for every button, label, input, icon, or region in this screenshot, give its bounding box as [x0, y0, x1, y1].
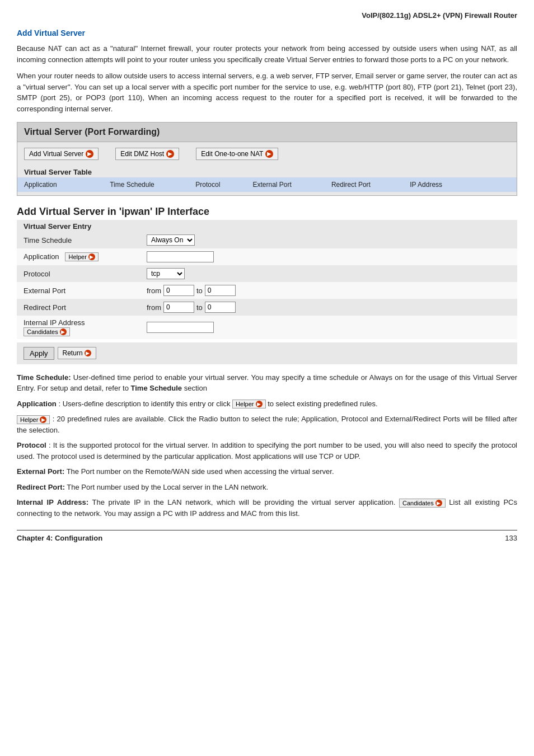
redirect-port-label: Redirect Port	[17, 299, 140, 316]
redirect-port-row: Redirect Port from to	[17, 299, 517, 316]
application-desc: Application : Users-define description t…	[17, 398, 517, 410]
protocol-label: Protocol	[17, 265, 140, 282]
internal-ip-input[interactable]	[147, 322, 214, 333]
page-header: VoIP/(802.11g) ADSL2+ (VPN) Firewall Rou…	[17, 11, 517, 20]
protocol-desc-text: : It is the supported protocol for the v…	[17, 441, 517, 461]
redirect-port-value: from to	[140, 299, 517, 316]
application-input[interactable]	[147, 251, 214, 262]
application-input-cell	[140, 248, 517, 265]
redir-port-desc-text: The Port number used by the Local server…	[67, 483, 268, 491]
apply-return-row: Apply Return ▶	[17, 342, 517, 364]
internal-ip-desc-pre: The private IP in the LAN network, which…	[92, 498, 399, 506]
add-vs-arrow-icon: ▶	[86, 150, 93, 158]
add-vs-section: Add Virtual Server in 'ipwan' IP Interfa…	[17, 201, 517, 364]
vs-table-header: Application Time Schedule Protocol Exter…	[17, 177, 517, 192]
col-header-redirect-port: Redirect Port	[331, 181, 410, 189]
helper-desc-text: : 20 predefined rules are available. Cli…	[17, 415, 517, 434]
virtual-server-box: Virtual Server (Port Forwarding) Add Vir…	[17, 122, 517, 196]
external-port-range: from to	[147, 285, 510, 296]
col-header-ip-address: IP Address	[410, 181, 488, 189]
application-helper-inline-button[interactable]: Helper ▶	[232, 400, 265, 408]
candidates-button[interactable]: Candidates ▶	[24, 327, 70, 336]
return-arrow-icon: ▶	[85, 350, 91, 356]
return-button[interactable]: Return ▶	[58, 347, 96, 359]
external-port-label: External Port	[17, 282, 140, 299]
protocol-desc: Protocol : It is the supported protocol …	[17, 440, 517, 462]
protocol-value: tcpudptcp/udp	[140, 265, 517, 282]
external-port-value: from to	[140, 282, 517, 299]
ext-port-desc-text: The Port number on the Remote/WAN side u…	[67, 467, 334, 476]
add-virtual-server-button[interactable]: Add Virtual Server ▶	[24, 148, 99, 160]
footer-page: 133	[505, 534, 517, 542]
ext-port-desc-bold: External Port:	[17, 467, 64, 476]
ext-port-from-input[interactable]	[163, 285, 194, 296]
application-desc-post: to select existing predefined rules.	[268, 400, 378, 408]
external-port-row: External Port from to	[17, 282, 517, 299]
redir-port-desc-bold: Redirect Port:	[17, 483, 65, 491]
apply-button[interactable]: Apply	[24, 347, 54, 360]
helper-arrow-icon: ▶	[88, 253, 95, 260]
candidates-desc-arrow: ▶	[435, 500, 442, 506]
descriptions-section: Time Schedule: User-defined time period …	[17, 372, 517, 519]
time-schedule-ref: Time Schedule	[131, 384, 182, 392]
vs-buttons-row: Add Virtual Server ▶ Edit DMZ Host ▶ Edi…	[17, 142, 517, 166]
protocol-desc-bold: Protocol	[17, 441, 46, 449]
time-schedule-row: Time Schedule Always OnCustom	[17, 232, 517, 248]
application-row: Application Helper ▶	[17, 248, 517, 265]
intro-para2: When your router needs to allow outside …	[17, 71, 517, 114]
candidates-desc-button[interactable]: Candidates ▶	[399, 499, 446, 508]
redir-to-label: to	[196, 303, 203, 312]
vs-entry-table: Time Schedule Always OnCustom Applicatio…	[17, 232, 517, 339]
add-vs-title: Add Virtual Server in 'ipwan' IP Interfa…	[17, 201, 517, 220]
time-schedule-select[interactable]: Always OnCustom	[147, 234, 195, 246]
footer-chapter: Chapter 4: Configuration	[17, 534, 102, 542]
time-schedule-end: section	[184, 384, 207, 392]
protocol-row: Protocol tcpudptcp/udp	[17, 265, 517, 282]
virtual-server-table-section: Virtual Server Table Application Time Sc…	[17, 166, 517, 195]
ext-from-label: from	[147, 287, 161, 295]
redir-from-label: from	[147, 303, 161, 312]
time-schedule-value: Always OnCustom	[140, 232, 517, 248]
helper-desc-arrow: ▶	[40, 416, 46, 423]
redirect-port-desc: Redirect Port: The Port number used by t…	[17, 482, 517, 493]
intro-para1: Because NAT can act as a "natural" Inter…	[17, 43, 517, 65]
protocol-select[interactable]: tcpudptcp/udp	[147, 268, 185, 279]
internal-ip-desc: Internal IP Address: The private IP in t…	[17, 497, 517, 519]
helper-desc: Helper ▶ : 20 predefined rules are avail…	[17, 414, 517, 435]
helper-inline-arrow: ▶	[256, 401, 263, 407]
application-desc-pre: : Users-define description to identify t…	[58, 400, 232, 408]
time-schedule-label: Time Schedule	[17, 232, 140, 248]
external-port-desc: External Port: The Port number on the Re…	[17, 466, 517, 477]
internal-ip-row: Internal IP Address Candidates ▶	[17, 316, 517, 339]
ext-to-label: to	[196, 287, 203, 295]
col-header-edit	[489, 181, 510, 189]
col-header-application: Application	[24, 181, 110, 189]
time-schedule-desc-bold: Time Schedule:	[17, 373, 71, 382]
vs-box-title: Virtual Server (Port Forwarding)	[17, 123, 517, 142]
col-header-time-schedule: Time Schedule	[110, 181, 195, 189]
time-schedule-desc: Time Schedule: User-defined time period …	[17, 372, 517, 394]
application-desc-bold: Application	[17, 400, 57, 408]
redir-port-to-input[interactable]	[205, 302, 236, 313]
header-title: VoIP/(802.11g) ADSL2+ (VPN) Firewall Rou…	[362, 11, 517, 20]
redirect-port-range: from to	[147, 302, 510, 313]
edit-one-to-one-nat-button[interactable]: Edit One-to-one NAT ▶	[196, 148, 278, 160]
section-title: Add Virtual Server	[17, 29, 517, 37]
candidates-arrow-icon: ▶	[60, 328, 67, 335]
page-footer: Chapter 4: Configuration 133	[17, 530, 517, 542]
ext-port-to-input[interactable]	[205, 285, 236, 296]
col-header-protocol: Protocol	[195, 181, 252, 189]
application-helper-button[interactable]: Helper ▶	[65, 252, 98, 261]
time-schedule-desc-text: User-defined time period to enable your …	[17, 373, 517, 393]
internal-ip-label: Internal IP Address Candidates ▶	[17, 316, 140, 339]
edit-dmz-host-button[interactable]: Edit DMZ Host ▶	[115, 148, 179, 160]
internal-ip-desc-bold: Internal IP Address:	[17, 498, 88, 506]
edit-dmz-arrow-icon: ▶	[166, 150, 174, 158]
helper-desc-button[interactable]: Helper ▶	[17, 415, 50, 424]
redir-port-from-input[interactable]	[163, 302, 194, 313]
vs-entry-title: Virtual Server Entry	[17, 220, 517, 232]
internal-ip-value	[140, 316, 517, 339]
vs-table-title: Virtual Server Table	[17, 166, 517, 177]
application-label: Application Helper ▶	[17, 248, 140, 265]
edit-one-arrow-icon: ▶	[265, 150, 273, 158]
